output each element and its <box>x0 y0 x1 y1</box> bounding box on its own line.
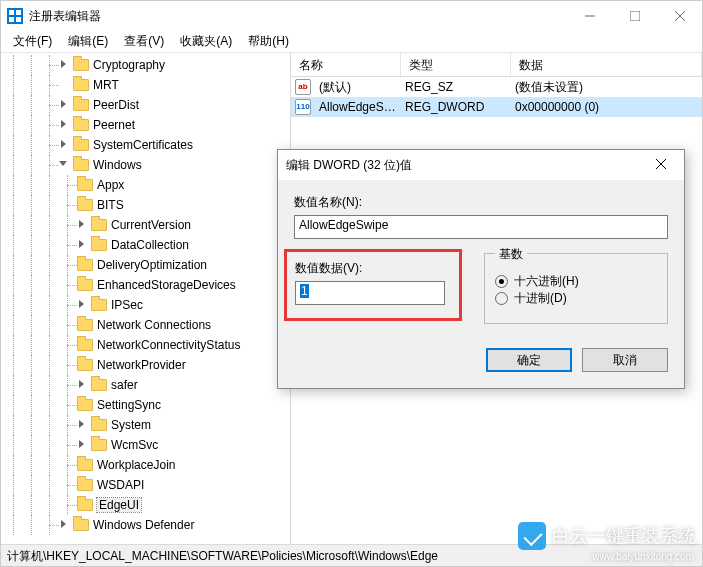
tree-label: WorkplaceJoin <box>97 458 175 472</box>
tree-item[interactable]: Windows Defender <box>5 515 290 535</box>
maximize-button[interactable] <box>612 1 657 31</box>
tree-panel[interactable]: Cryptography MRT PeerDist Peernet System… <box>1 53 291 544</box>
watermark-icon <box>518 522 546 550</box>
watermark: 白云一键重装系统 <box>518 522 696 550</box>
cell-type: REG_SZ <box>401 80 511 94</box>
tree-label: BITS <box>97 198 124 212</box>
cancel-button[interactable]: 取消 <box>582 348 668 372</box>
chevron-right-icon[interactable] <box>59 99 71 111</box>
cell-name: (默认) <box>315 79 401 96</box>
chevron-right-icon[interactable] <box>77 299 89 311</box>
minimize-button[interactable] <box>567 1 612 31</box>
tree-label: Cryptography <box>93 58 165 72</box>
col-data[interactable]: 数据 <box>511 53 702 76</box>
radio-dec[interactable]: 十进制(D) <box>495 290 657 307</box>
tree-item[interactable]: SystemCertificates <box>5 135 290 155</box>
folder-icon <box>77 479 93 491</box>
tree-item[interactable]: WSDAPI <box>5 475 290 495</box>
tree-item[interactable]: SettingSync <box>5 395 290 415</box>
chevron-right-icon[interactable] <box>77 439 89 451</box>
list-row-selected[interactable]: 110 AllowEdgeSwi... REG_DWORD 0x00000000… <box>291 97 702 117</box>
tree-item[interactable]: DeliveryOptimization <box>5 255 290 275</box>
chevron-right-icon[interactable] <box>59 59 71 71</box>
folder-icon <box>77 179 93 191</box>
chevron-right-icon[interactable] <box>59 519 71 531</box>
chevron-right-icon[interactable] <box>77 219 89 231</box>
tree-item-selected[interactable]: EdgeUI <box>5 495 290 515</box>
menu-view[interactable]: 查看(V) <box>118 31 170 52</box>
menu-help[interactable]: 帮助(H) <box>242 31 295 52</box>
tree-label: SystemCertificates <box>93 138 193 152</box>
tree-item[interactable]: Network Connections <box>5 315 290 335</box>
tree-label: IPSec <box>111 298 143 312</box>
window-controls <box>567 1 702 31</box>
menu-edit[interactable]: 编辑(E) <box>62 31 114 52</box>
tree-item[interactable]: WorkplaceJoin <box>5 455 290 475</box>
tree-item[interactable]: DataCollection <box>5 235 290 255</box>
status-path: 计算机\HKEY_LOCAL_MACHINE\SOFTWARE\Policies… <box>7 549 438 563</box>
radio-hex[interactable]: 十六进制(H) <box>495 273 657 290</box>
watermark-text: 白云一键重装系统 <box>552 524 696 548</box>
tree-label: WcmSvc <box>111 438 158 452</box>
list-row[interactable]: ab (默认) REG_SZ (数值未设置) <box>291 77 702 97</box>
tree-label: DeliveryOptimization <box>97 258 207 272</box>
radio-icon <box>495 292 508 305</box>
chevron-right-icon[interactable] <box>59 119 71 131</box>
tree-item[interactable]: BITS <box>5 195 290 215</box>
tree-label: Windows <box>93 158 142 172</box>
tree-item[interactable]: IPSec <box>5 295 290 315</box>
col-name[interactable]: 名称 <box>291 53 401 76</box>
folder-icon <box>91 419 107 431</box>
chevron-right-icon[interactable] <box>77 419 89 431</box>
value-name-text: AllowEdgeSwipe <box>299 218 388 232</box>
tree-label: CurrentVersion <box>111 218 191 232</box>
tree-label: NetworkProvider <box>97 358 186 372</box>
string-value-icon: ab <box>295 79 311 95</box>
tree-item[interactable]: Cryptography <box>5 55 290 75</box>
tree-label: MRT <box>93 78 119 92</box>
cell-data: 0x00000000 (0) <box>511 100 603 114</box>
folder-icon <box>77 199 93 211</box>
tree-label: EnhancedStorageDevices <box>97 278 236 292</box>
chevron-right-icon[interactable] <box>59 139 71 151</box>
tree-label: Network Connections <box>97 318 211 332</box>
value-name-input[interactable]: AllowEdgeSwipe <box>294 215 668 239</box>
folder-icon <box>77 499 93 511</box>
tree-label: DataCollection <box>111 238 189 252</box>
spacer <box>59 79 71 91</box>
ok-button[interactable]: 确定 <box>486 348 572 372</box>
tree-item[interactable]: NetworkProvider <box>5 355 290 375</box>
col-type[interactable]: 类型 <box>401 53 511 76</box>
folder-icon <box>77 359 93 371</box>
dialog-close-button[interactable] <box>646 158 676 172</box>
tree-label: PeerDist <box>93 98 139 112</box>
svg-rect-1 <box>630 11 640 21</box>
tree-label: SettingSync <box>97 398 161 412</box>
folder-icon <box>77 259 93 271</box>
base-fieldset: 基数 十六进制(H) 十进制(D) <box>484 253 668 324</box>
tree-item[interactable]: MRT <box>5 75 290 95</box>
tree-item[interactable]: Windows <box>5 155 290 175</box>
menu-file[interactable]: 文件(F) <box>7 31 58 52</box>
chevron-right-icon[interactable] <box>77 379 89 391</box>
tree-item[interactable]: NetworkConnectivityStatus <box>5 335 290 355</box>
folder-icon <box>73 119 89 131</box>
tree-item[interactable]: Peernet <box>5 115 290 135</box>
tree-item[interactable]: safer <box>5 375 290 395</box>
chevron-down-icon[interactable] <box>59 159 71 171</box>
tree-item[interactable]: EnhancedStorageDevices <box>5 275 290 295</box>
close-button[interactable] <box>657 1 702 31</box>
menu-favorites[interactable]: 收藏夹(A) <box>174 31 238 52</box>
value-data-input[interactable]: 1 <box>295 281 445 305</box>
tree-item[interactable]: CurrentVersion <box>5 215 290 235</box>
edit-dword-dialog: 编辑 DWORD (32 位)值 数值名称(N): AllowEdgeSwipe… <box>277 149 685 389</box>
tree-item[interactable]: System <box>5 415 290 435</box>
tree-item[interactable]: Appx <box>5 175 290 195</box>
menubar: 文件(F) 编辑(E) 查看(V) 收藏夹(A) 帮助(H) <box>1 31 702 53</box>
dialog-title-text: 编辑 DWORD (32 位)值 <box>286 157 646 174</box>
folder-icon <box>91 439 107 451</box>
tree-item[interactable]: PeerDist <box>5 95 290 115</box>
chevron-right-icon[interactable] <box>77 239 89 251</box>
list-header: 名称 类型 数据 <box>291 53 702 77</box>
tree-item[interactable]: WcmSvc <box>5 435 290 455</box>
